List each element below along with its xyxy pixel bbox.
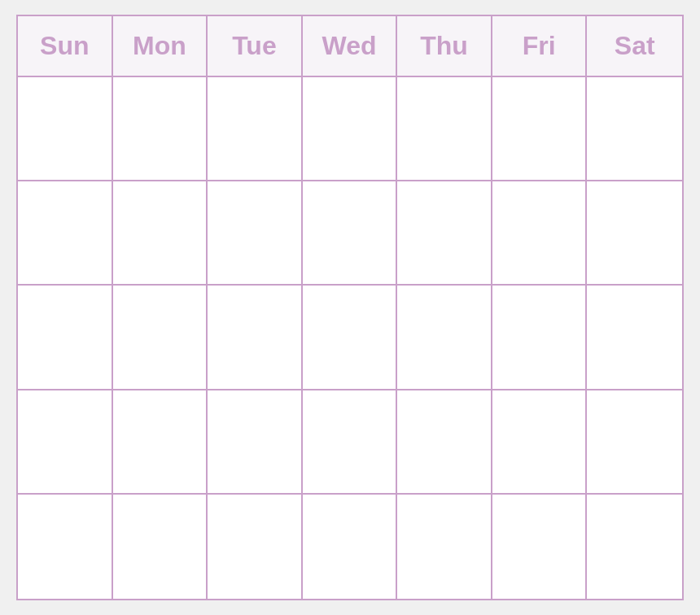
calendar: Sun Mon Tue Wed Thu Fri Sat: [16, 15, 684, 600]
table-row[interactable]: [397, 390, 492, 495]
header-wed: Wed: [303, 16, 398, 76]
table-row[interactable]: [587, 181, 682, 286]
table-row[interactable]: [587, 77, 682, 181]
table-row[interactable]: [18, 495, 113, 599]
table-row[interactable]: [18, 181, 113, 286]
table-row[interactable]: [113, 181, 208, 286]
table-row[interactable]: [492, 390, 588, 495]
table-row[interactable]: [18, 390, 113, 495]
table-row[interactable]: [492, 181, 588, 286]
table-row[interactable]: [303, 286, 398, 390]
table-row[interactable]: [113, 286, 208, 390]
table-row[interactable]: [303, 390, 398, 495]
table-row[interactable]: [208, 286, 303, 390]
table-row[interactable]: [208, 77, 303, 181]
table-row[interactable]: [492, 495, 588, 599]
calendar-body: [18, 77, 682, 599]
table-row[interactable]: [397, 495, 492, 599]
header-tue: Tue: [208, 16, 303, 76]
table-row[interactable]: [397, 77, 492, 181]
table-row[interactable]: [492, 77, 588, 181]
header-sun: Sun: [18, 16, 113, 76]
header-sat: Sat: [587, 16, 682, 76]
table-row[interactable]: [303, 495, 398, 599]
table-row[interactable]: [208, 181, 303, 286]
table-row[interactable]: [492, 286, 588, 390]
table-row[interactable]: [113, 495, 208, 599]
table-row[interactable]: [113, 77, 208, 181]
table-row[interactable]: [18, 286, 113, 390]
table-row[interactable]: [587, 495, 682, 599]
table-row[interactable]: [113, 390, 208, 495]
table-row[interactable]: [397, 286, 492, 390]
header-thu: Thu: [397, 16, 492, 76]
header-fri: Fri: [492, 16, 588, 76]
calendar-header: Sun Mon Tue Wed Thu Fri Sat: [18, 16, 682, 77]
header-mon: Mon: [113, 16, 208, 76]
table-row[interactable]: [303, 181, 398, 286]
table-row[interactable]: [397, 181, 492, 286]
table-row[interactable]: [303, 77, 398, 181]
table-row[interactable]: [587, 390, 682, 495]
table-row[interactable]: [208, 495, 303, 599]
table-row[interactable]: [208, 390, 303, 495]
table-row[interactable]: [587, 286, 682, 390]
table-row[interactable]: [18, 77, 113, 181]
